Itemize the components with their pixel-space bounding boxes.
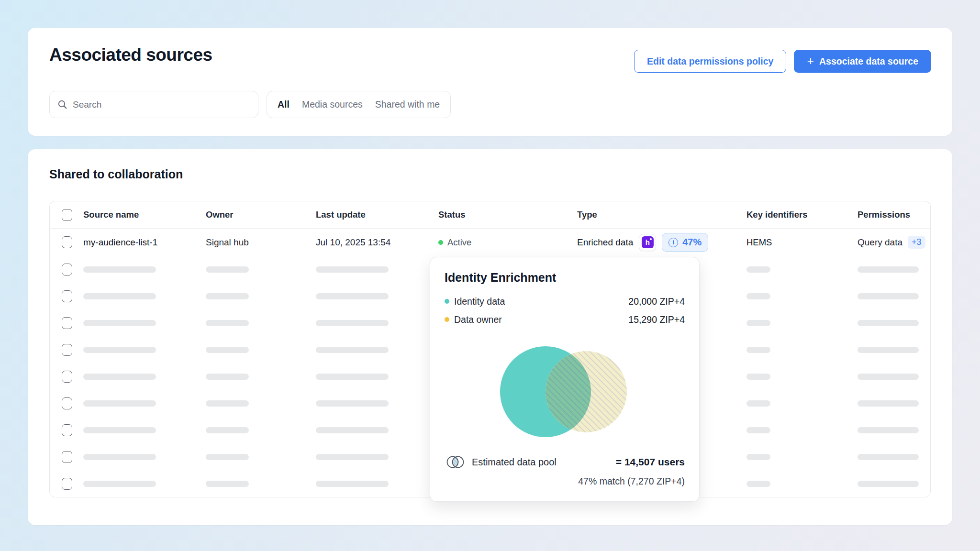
- filter-tab-all[interactable]: All: [278, 99, 290, 110]
- skeleton-bar: [858, 266, 919, 273]
- skeleton-bar: [858, 374, 919, 380]
- row-checkbox[interactable]: [62, 451, 72, 463]
- skeleton-bar: [316, 481, 389, 487]
- skeleton-bar: [858, 427, 919, 433]
- skeleton-bar: [746, 374, 770, 380]
- legend-value: 15,290 ZIP+4: [628, 314, 685, 325]
- skeleton-bar: [83, 266, 156, 273]
- plus-icon: +: [807, 55, 814, 67]
- skeleton-bar: [746, 400, 770, 407]
- search-box[interactable]: [49, 91, 258, 118]
- table-row[interactable]: my-audience-list-1 Signal hub Jul 10, 20…: [50, 229, 930, 256]
- row-checkbox[interactable]: [62, 236, 72, 248]
- skeleton-bar: [746, 481, 770, 487]
- skeleton-bar: [316, 320, 389, 326]
- popover-title: Identity Enrichment: [445, 271, 685, 285]
- skeleton-bar: [206, 293, 249, 299]
- skeleton-bar: [83, 481, 156, 487]
- skeleton-bar: [858, 454, 919, 460]
- skeleton-bar: [746, 347, 770, 353]
- search-icon: [57, 99, 67, 110]
- row-checkbox[interactable]: [62, 478, 72, 490]
- skeleton-bar: [316, 293, 389, 299]
- filter-tabs: All Media sources Shared with me: [267, 91, 451, 118]
- page-title: Associated sources: [49, 45, 212, 65]
- select-all-checkbox[interactable]: [62, 209, 72, 221]
- row-checkbox[interactable]: [62, 424, 72, 436]
- column-header-source-name[interactable]: Source name: [83, 209, 206, 220]
- column-header-status[interactable]: Status: [438, 209, 577, 220]
- skeleton-bar: [316, 427, 389, 433]
- row-checkbox[interactable]: [62, 317, 72, 329]
- type-label: Enriched data: [577, 237, 633, 248]
- filter-tab-shared-with-me[interactable]: Shared with me: [375, 99, 440, 110]
- skeleton-bar: [858, 400, 919, 407]
- table-header-row: Source name Owner Last update Status Typ…: [50, 201, 930, 229]
- skeleton-bar: [746, 454, 770, 460]
- legend-value: 20,000 ZIP+4: [628, 296, 685, 307]
- header-actions: Edit data permissions policy + Associate…: [634, 50, 931, 73]
- skeleton-bar: [206, 454, 249, 460]
- estimated-pool-label: Estimated data pool: [472, 457, 557, 468]
- row-checkbox[interactable]: [62, 344, 72, 356]
- filter-tab-media-sources[interactable]: Media sources: [302, 99, 363, 110]
- info-icon: i: [668, 238, 678, 247]
- permissions-label: Query data: [858, 237, 902, 248]
- associate-data-source-button[interactable]: + Associate data source: [794, 50, 931, 73]
- skeleton-bar: [83, 427, 156, 433]
- column-header-key-identifiers[interactable]: Key identifiers: [746, 209, 858, 220]
- legend-label: Data owner: [454, 314, 502, 325]
- data-owner-dot-icon: [445, 317, 449, 322]
- skeleton-bar: [206, 320, 249, 326]
- skeleton-bar: [83, 347, 156, 353]
- match-rate-badge[interactable]: i 47%: [662, 233, 708, 252]
- legend-data-owner: Data owner 15,290 ZIP+4: [445, 310, 685, 329]
- edit-permissions-button[interactable]: Edit data permissions policy: [634, 50, 786, 73]
- skeleton-bar: [316, 347, 389, 353]
- key-identifiers-cell: HEMS: [746, 237, 858, 248]
- skeleton-bar: [83, 293, 156, 299]
- skeleton-bar: [83, 374, 156, 380]
- column-header-owner[interactable]: Owner: [206, 209, 316, 220]
- row-checkbox[interactable]: [62, 371, 72, 383]
- status-label: Active: [447, 237, 471, 248]
- search-input[interactable]: [73, 99, 250, 110]
- skeleton-bar: [206, 347, 249, 353]
- skeleton-bar: [746, 293, 770, 299]
- legend-identity-data: Identity data 20,000 ZIP+4: [445, 292, 685, 310]
- header-card: Associated sources Edit data permissions…: [28, 28, 952, 136]
- permissions-more-badge[interactable]: +3: [908, 236, 925, 249]
- row-checkbox[interactable]: [62, 397, 72, 409]
- column-header-last-update[interactable]: Last update: [316, 209, 438, 220]
- match-note: 47% match (7,270 ZIP+4): [445, 476, 685, 487]
- status-badge: Active: [438, 237, 570, 248]
- associate-button-label: Associate data source: [819, 56, 918, 67]
- source-name-cell: my-audience-list-1: [83, 237, 206, 248]
- match-rate-value: 47%: [682, 237, 702, 248]
- legend-label: Identity data: [454, 296, 505, 307]
- last-update-cell: Jul 10, 2025 13:54: [316, 237, 438, 248]
- row-checkbox[interactable]: [62, 290, 72, 302]
- skeleton-bar: [206, 481, 249, 487]
- column-header-type[interactable]: Type: [577, 209, 746, 220]
- skeleton-bar: [206, 400, 249, 407]
- estimated-data-pool-row: Estimated data pool = 14,507 users: [445, 454, 685, 470]
- venn-icon: [445, 454, 466, 470]
- skeleton-bar: [316, 454, 389, 460]
- skeleton-bar: [206, 374, 249, 380]
- venn-diagram: [445, 341, 686, 442]
- skeleton-bar: [83, 454, 156, 460]
- skeleton-bar: [316, 400, 389, 407]
- skeleton-bar: [316, 374, 389, 380]
- identity-enrichment-popover: Identity Enrichment Identity data 20,000…: [430, 257, 700, 502]
- active-status-dot-icon: [438, 240, 443, 245]
- owner-cell: Signal hub: [206, 237, 316, 248]
- estimated-pool-value: = 14,507 users: [616, 456, 685, 468]
- column-header-permissions[interactable]: Permissions: [858, 209, 930, 220]
- skeleton-bar: [858, 347, 919, 353]
- skeleton-bar: [858, 481, 919, 487]
- row-checkbox[interactable]: [62, 264, 72, 276]
- skeleton-bar: [746, 320, 770, 326]
- skeleton-bar: [316, 266, 389, 273]
- skeleton-bar: [206, 427, 249, 433]
